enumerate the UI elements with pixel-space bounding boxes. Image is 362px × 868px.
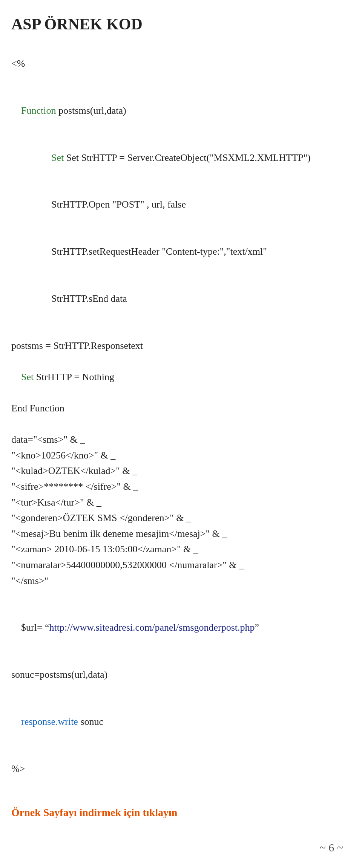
send-line: StrHTTP.sEnd data <box>11 275 351 322</box>
page-title: ASP ÖRNEK KOD <box>11 15 351 33</box>
function-declaration: Function postsms(url,data) <box>11 87 351 134</box>
open-tag: <% <box>11 56 351 72</box>
data-line-8: "<zaman> 2010-06-15 13:05:00</zaman>" & … <box>11 541 351 557</box>
set-strhttp-line: Set Set StrHTTP = Server.CreateObject("M… <box>11 134 351 181</box>
code-block: <% Function postsms(url,data) Set Set St… <box>11 56 351 776</box>
setrequestheader-line: StrHTTP.setRequestHeader "Content-type:"… <box>11 228 351 275</box>
data-line-4: "<sifre>******** </sifre>" & _ <box>11 479 351 495</box>
data-line-1: data="<sms>" & _ <box>11 432 351 448</box>
set-nothing-line: Set StrHTTP = Nothing <box>11 353 351 400</box>
bottom-link-section: Örnek Sayfayı indirmek için tıklayın <box>11 807 351 819</box>
url-line: $url= “http://www.siteadresi.com/panel/s… <box>11 604 351 651</box>
data-line-10: "</sms>" <box>11 573 351 589</box>
sonuc-line: sonuc=postsms(url,data) <box>11 667 351 683</box>
data-line-2: "<kno>10256</kno>" & _ <box>11 448 351 463</box>
function-sig: postsms(url,data) <box>56 105 126 116</box>
data-line-6: "<gonderen>ÖZTEK SMS </gonderen>" & _ <box>11 510 351 526</box>
open-line: StrHTTP.Open "POST" , url, false <box>11 181 351 228</box>
close-tag: %> <box>11 761 351 777</box>
data-line-3: "<kulad>OZTEK</kulad>" & _ <box>11 463 351 479</box>
data-line-5: "<tur>Kısa</tur>" & _ <box>11 495 351 510</box>
sample-page-link[interactable]: Örnek Sayfayı indirmek için tıklayın <box>11 807 177 818</box>
postsms-response-line: postsms = StrHTTP.Responsetext <box>11 338 351 354</box>
function-keyword: Function <box>21 105 56 116</box>
data-line-7: "<mesaj>Bu benim ilk deneme mesajim</mes… <box>11 526 351 542</box>
page-number: ~ 6 ~ <box>11 841 351 854</box>
end-function-line: End Function <box>11 400 351 416</box>
response-write-line: response.write sonuc <box>11 698 351 745</box>
data-line-9: "<numaralar>54400000000,532000000 </numa… <box>11 557 351 573</box>
